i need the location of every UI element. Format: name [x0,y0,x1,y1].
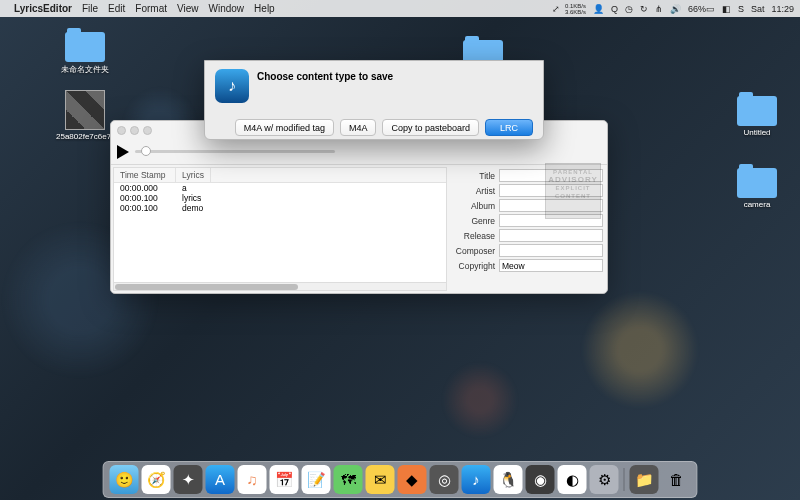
menu-file[interactable]: File [82,3,98,14]
copy-pasteboard-button[interactable]: Copy to pasteboard [382,119,479,136]
clock-time[interactable]: 11:29 [771,4,794,14]
lyrics-editor-window: Time Stamp Lyrics 00:00.000a 00:00.100ly… [110,120,608,294]
menubar: LyricsEditor File Edit Format View Windo… [0,0,800,17]
release-field[interactable] [499,229,603,242]
clock-day[interactable]: Sat [751,4,765,14]
app-icon: ♪ [215,69,249,103]
menu-edit[interactable]: Edit [108,3,125,14]
m4a-button[interactable]: M4A [340,119,377,136]
label-artist: Artist [453,186,495,196]
col-timestamp[interactable]: Time Stamp [114,168,176,182]
col-lyrics[interactable]: Lyrics [176,168,211,182]
dock-notes[interactable]: 📝 [302,465,331,494]
dock: 🙂 🧭 ✦ A ♫ 📅 📝 🗺 ✉ ◆ ◎ ♪ 🐧 ◉ ◐ ⚙ 📁 🗑 [103,461,698,498]
dock-maps[interactable]: 🗺 [334,465,363,494]
desktop-jpg[interactable]: 25a802fe7c6e7cc3f5090...cedf1.jpg [56,90,114,141]
composer-field[interactable] [499,244,603,257]
input-icon[interactable]: ◧ [722,4,731,14]
label-composer: Composer [453,246,495,256]
desktop-folder-camera[interactable]: camera [728,168,786,209]
dock-app2[interactable]: ◎ [430,465,459,494]
copyright-field[interactable] [499,259,603,272]
dock-messages[interactable]: ✉ [366,465,395,494]
dock-appstore[interactable]: A [206,465,235,494]
dock-app1[interactable]: ◆ [398,465,427,494]
zoom-button[interactable] [143,126,152,135]
seek-slider[interactable] [135,150,335,153]
dock-lyricseditor[interactable]: ♪ [462,465,491,494]
h-scrollbar[interactable] [114,282,446,290]
dock-calendar[interactable]: 📅 [270,465,299,494]
play-button[interactable] [117,145,129,159]
dock-folder[interactable]: 📁 [630,465,659,494]
battery[interactable]: 66% ▭ [688,4,715,14]
user-icon[interactable]: 👤 [593,4,604,14]
dock-finder[interactable]: 🙂 [110,465,139,494]
menu-view[interactable]: View [177,3,199,14]
label-title: Title [453,171,495,181]
table-row[interactable]: 00:00.100demo [114,203,446,213]
lrc-button[interactable]: LRC [485,119,533,136]
desktop-folder-unnamed[interactable]: 未命名文件夹 [56,32,114,75]
sync-icon[interactable]: ↻ [640,4,648,14]
seek-knob[interactable] [141,146,151,156]
minimize-button[interactable] [130,126,139,135]
dock-safari[interactable]: 🧭 [142,465,171,494]
label-copyright: Copyright [453,261,495,271]
wifi-icon[interactable]: ⋔ [655,4,663,14]
volume-icon[interactable]: 🔊 [670,4,681,14]
dock-chrome[interactable]: ◐ [558,465,587,494]
clock-icon[interactable]: ◷ [625,4,633,14]
table-row[interactable]: 00:00.100lyrics [114,193,446,203]
advisory-badge: PARENTALADVISORYEXPLICIT CONTENT [545,163,601,219]
search-icon[interactable]: Q [611,4,618,14]
label-release: Release [453,231,495,241]
menu-window[interactable]: Window [209,3,245,14]
label-album: Album [453,201,495,211]
label-genre: Genre [453,216,495,226]
dock-compass[interactable]: ✦ [174,465,203,494]
m4a-modified-button[interactable]: M4A w/ modified tag [235,119,334,136]
dock-trash[interactable]: 🗑 [662,465,691,494]
desktop-folder-untitled2[interactable]: Untitled [728,96,786,137]
menu-help[interactable]: Help [254,3,275,14]
menu-format[interactable]: Format [135,3,167,14]
dock-qq[interactable]: 🐧 [494,465,523,494]
status-s-icon[interactable]: S [738,4,744,14]
dock-preferences[interactable]: ⚙ [590,465,619,494]
fullscreen-icon[interactable]: ⤢ [552,4,560,14]
app-menu[interactable]: LyricsEditor [14,3,72,14]
dialog-message: Choose content type to save [257,69,393,82]
dock-app3[interactable]: ◉ [526,465,555,494]
lyrics-table[interactable]: Time Stamp Lyrics 00:00.000a 00:00.100ly… [113,167,447,291]
network-speed: 0.1KB/s3.6KB/s [565,3,586,15]
close-button[interactable] [117,126,126,135]
save-dialog: ♪ Choose content type to save M4A w/ mod… [204,60,544,140]
table-row[interactable]: 00:00.000a [114,183,446,193]
dock-itunes[interactable]: ♫ [238,465,267,494]
